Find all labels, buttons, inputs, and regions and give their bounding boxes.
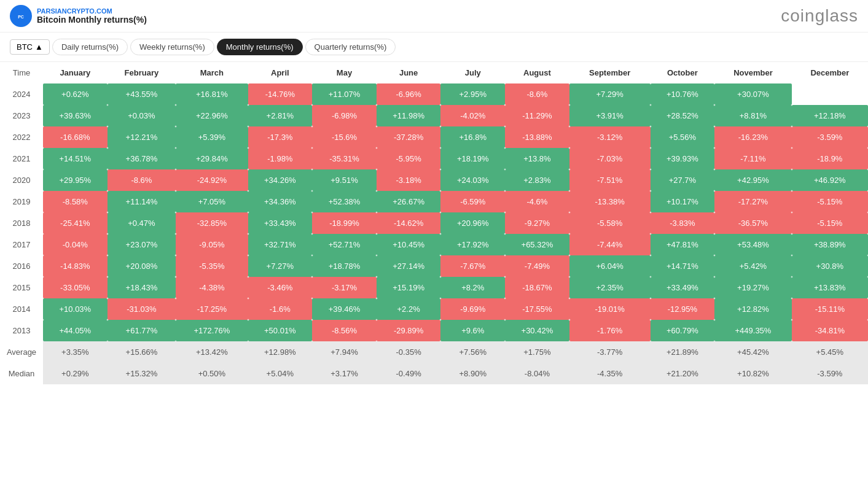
year-cell: 2017: [0, 234, 43, 255]
value-cell: [792, 83, 868, 105]
median-cell: +15.32%: [108, 363, 176, 384]
value-cell: -13.88%: [505, 126, 569, 148]
value-cell: -15.11%: [792, 298, 868, 320]
col-header-may: May: [312, 62, 377, 83]
value-cell: +52.71%: [312, 234, 377, 255]
value-cell: +39.93%: [651, 148, 715, 169]
value-cell: +30.8%: [792, 255, 868, 277]
chevron-down-icon: ▲: [35, 42, 43, 52]
value-cell: -3.83%: [651, 212, 715, 234]
coinglass-brand: coinglass: [781, 6, 858, 26]
tab-weekly[interactable]: Weekly returns(%): [130, 39, 214, 55]
value-cell: +34.26%: [248, 169, 313, 191]
value-cell: +32.71%: [248, 234, 313, 255]
page-title: Bitcoin Monthly returns(%): [37, 15, 147, 25]
value-cell: -6.59%: [440, 191, 505, 212]
value-cell: +0.47%: [108, 212, 176, 234]
value-cell: -0.04%: [43, 234, 108, 255]
value-cell: +18.43%: [108, 277, 176, 298]
value-cell: -5.35%: [176, 255, 248, 277]
value-cell: +43.55%: [108, 83, 176, 105]
average-cell: -0.35%: [377, 341, 441, 363]
year-cell: 2016: [0, 255, 43, 277]
value-cell: +6.04%: [569, 255, 651, 277]
year-cell: 2013: [0, 320, 43, 341]
median-cell: -0.49%: [377, 363, 441, 384]
value-cell: -29.89%: [377, 320, 441, 341]
median-cell: +10.82%: [714, 363, 791, 384]
value-cell: -18.99%: [312, 212, 377, 234]
value-cell: +16.8%: [440, 126, 505, 148]
tab-quarterly[interactable]: Quarterly returns(%): [305, 39, 396, 55]
value-cell: +5.39%: [176, 126, 248, 148]
average-cell: +13.42%: [176, 341, 248, 363]
value-cell: +2.83%: [505, 169, 569, 191]
table-row: 2021+14.51%+36.78%+29.84%-1.98%-35.31%-5…: [0, 148, 868, 169]
value-cell: +10.17%: [651, 191, 715, 212]
value-cell: -17.3%: [248, 126, 313, 148]
table-row: 2022-16.68%+12.21%+5.39%-17.3%-15.6%-37.…: [0, 126, 868, 148]
table-row: 2014+10.03%-31.03%-17.25%-1.6%+39.46%+2.…: [0, 298, 868, 320]
value-cell: -33.05%: [43, 277, 108, 298]
value-cell: -4.6%: [505, 191, 569, 212]
value-cell: -12.95%: [651, 298, 715, 320]
value-cell: -4.38%: [176, 277, 248, 298]
value-cell: +10.03%: [43, 298, 108, 320]
value-cell: +2.95%: [440, 83, 505, 105]
table-row: 2015-33.05%+18.43%-4.38%-3.46%-3.17%+15.…: [0, 277, 868, 298]
value-cell: -36.57%: [714, 212, 791, 234]
value-cell: -6.98%: [312, 105, 377, 126]
col-header-october: October: [651, 62, 715, 83]
value-cell: +11.98%: [377, 105, 441, 126]
average-cell: +1.75%: [505, 341, 569, 363]
value-cell: +44.05%: [43, 320, 108, 341]
value-cell: +61.77%: [108, 320, 176, 341]
tab-daily[interactable]: Daily returns(%): [52, 39, 128, 55]
value-cell: +15.19%: [377, 277, 441, 298]
value-cell: +30.07%: [714, 83, 791, 105]
value-cell: -1.76%: [569, 320, 651, 341]
value-cell: +10.45%: [377, 234, 441, 255]
page-header: PC PARSIANCRYPTO.COM Bitcoin Monthly ret…: [0, 0, 868, 33]
year-cell: 2018: [0, 212, 43, 234]
col-header-august: August: [505, 62, 569, 83]
value-cell: -3.17%: [312, 277, 377, 298]
year-cell: 2021: [0, 148, 43, 169]
value-cell: -7.03%: [569, 148, 651, 169]
value-cell: -1.98%: [248, 148, 313, 169]
value-cell: +39.63%: [43, 105, 108, 126]
col-header-time: Time: [0, 62, 43, 83]
col-header-february: February: [108, 62, 176, 83]
col-header-november: November: [714, 62, 791, 83]
value-cell: -5.15%: [792, 191, 868, 212]
table-row: 2013+44.05%+61.77%+172.76%+50.01%-8.56%-…: [0, 320, 868, 341]
average-cell: +7.94%: [312, 341, 377, 363]
value-cell: -11.29%: [505, 105, 569, 126]
value-cell: +9.6%: [440, 320, 505, 341]
btc-selector[interactable]: BTC ▲: [10, 39, 50, 55]
value-cell: +34.36%: [248, 191, 313, 212]
value-cell: +0.03%: [108, 105, 176, 126]
value-cell: -6.96%: [377, 83, 441, 105]
table-body: 2024+0.62%+43.55%+16.81%-14.76%+11.07%-6…: [0, 83, 868, 384]
value-cell: +33.49%: [651, 277, 715, 298]
value-cell: +12.82%: [714, 298, 791, 320]
average-cell: -3.77%: [569, 341, 651, 363]
value-cell: -9.69%: [440, 298, 505, 320]
median-cell: +8.90%: [440, 363, 505, 384]
value-cell: -3.12%: [569, 126, 651, 148]
value-cell: +30.42%: [505, 320, 569, 341]
returns-table: TimeJanuaryFebruaryMarchAprilMayJuneJuly…: [0, 62, 868, 384]
value-cell: +26.67%: [377, 191, 441, 212]
value-cell: +60.79%: [651, 320, 715, 341]
value-cell: +7.27%: [248, 255, 313, 277]
value-cell: -24.92%: [176, 169, 248, 191]
svg-text:PC: PC: [18, 15, 24, 19]
col-header-june: June: [377, 62, 441, 83]
value-cell: +39.46%: [312, 298, 377, 320]
value-cell: +2.81%: [248, 105, 313, 126]
median-row: Median+0.29%+15.32%+0.50%+5.04%+3.17%-0.…: [0, 363, 868, 384]
value-cell: +13.83%: [792, 277, 868, 298]
tab-monthly[interactable]: Monthly returns(%): [217, 39, 303, 55]
average-label: Average: [0, 341, 43, 363]
